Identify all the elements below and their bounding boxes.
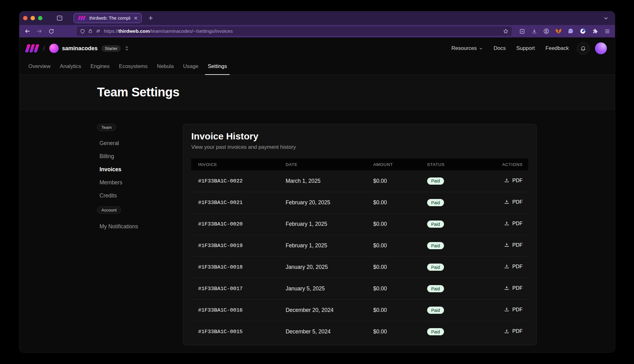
resources-menu[interactable]: Resources	[451, 45, 483, 51]
team-switcher-chevrons-icon[interactable]	[124, 45, 129, 51]
col-amount: AMOUNT	[373, 158, 427, 170]
table-row: #1F33BA1C-0021 February 20, 2025 $0.00 P…	[191, 192, 528, 213]
invoice-date: December 5, 2024	[285, 321, 373, 342]
metamask-extension-icon[interactable]	[554, 27, 563, 35]
user-avatar[interactable]	[595, 42, 607, 54]
team-name[interactable]: saminacodes	[62, 45, 98, 52]
download-pdf-button[interactable]: PDF	[504, 199, 523, 205]
thirdweb-dashboard: / saminacodes Starter Resources Docs Sup…	[19, 37, 615, 352]
reload-icon[interactable]	[46, 27, 56, 36]
col-date: DATE	[285, 158, 373, 170]
permissions-icon[interactable]	[95, 29, 101, 34]
close-window-button[interactable]	[23, 16, 27, 20]
feedback-link[interactable]: Feedback	[545, 45, 569, 51]
support-link[interactable]: Support	[516, 45, 535, 51]
thirdweb-logo[interactable]	[26, 44, 38, 52]
firefox-view-icon[interactable]	[55, 13, 64, 23]
minimize-window-button[interactable]	[31, 16, 35, 20]
invoice-history-card: Invoice History View your past invoices …	[183, 124, 537, 345]
download-pdf-button[interactable]: PDF	[504, 307, 523, 313]
invoice-amount: $0.00	[373, 235, 427, 256]
sidebar-item-my-notifications[interactable]: My Notifications	[100, 220, 183, 233]
card-subtitle: View your past invoices and payment hist…	[191, 144, 528, 150]
download-pdf-button[interactable]: PDF	[504, 264, 523, 269]
download-pdf-button[interactable]: PDF	[504, 177, 523, 183]
invoice-amount: $0.00	[373, 299, 427, 321]
table-row: #1F33BA1C-0018 January 20, 2025 $0.00 Pa…	[191, 256, 528, 278]
download-icon	[504, 177, 510, 183]
menu-hamburger-icon[interactable]	[603, 27, 611, 35]
tab-overview[interactable]: Overview	[24, 58, 55, 75]
tab-nebula[interactable]: Nebula	[152, 58, 178, 75]
sidebar-item-general[interactable]: General	[100, 137, 183, 150]
invoice-amount: $0.00	[373, 256, 427, 278]
back-icon[interactable]	[22, 27, 32, 36]
sidebar-account-badge: Account	[97, 206, 121, 214]
chevron-down-icon	[479, 46, 483, 51]
team-avatar[interactable]	[49, 44, 59, 53]
bell-icon	[580, 46, 586, 51]
downloads-icon[interactable]	[530, 27, 538, 35]
invoice-amount: $0.00	[373, 321, 427, 342]
col-status: STATUS	[427, 158, 495, 170]
invoice-amount: $0.00	[373, 192, 427, 213]
col-actions: ACTIONS	[495, 158, 528, 170]
sidebar-item-billing[interactable]: Billing	[100, 150, 183, 163]
invoice-date: January 20, 2025	[285, 256, 373, 278]
sidebar-item-credits[interactable]: Credits	[100, 189, 183, 202]
invoice-number: #1F33BA1C-0021	[191, 192, 285, 213]
status-badge: Paid	[427, 199, 444, 206]
invoice-date: February 1, 2025	[285, 213, 373, 235]
list-all-tabs-icon[interactable]	[603, 15, 609, 21]
save-to-pocket-icon[interactable]	[518, 27, 526, 35]
tab-engines[interactable]: Engines	[86, 58, 114, 75]
thirdweb-favicon	[79, 16, 85, 20]
download-pdf-button[interactable]: PDF	[504, 285, 523, 291]
sidebar-team-list: General Billing Invoices Members Credits	[100, 137, 183, 202]
notifications-button[interactable]	[577, 42, 589, 55]
lock-icon[interactable]	[88, 29, 93, 34]
phantom-extension-icon[interactable]	[567, 27, 575, 35]
bookmark-star-icon[interactable]	[503, 28, 509, 34]
download-icon	[504, 221, 510, 226]
url-bar[interactable]: https://thirdweb.com/team/saminacodes/~/…	[77, 27, 512, 36]
tab-ecosystems[interactable]: Ecosystems	[114, 58, 152, 75]
extensions-puzzle-icon[interactable]	[591, 27, 599, 35]
download-pdf-button[interactable]: PDF	[504, 221, 523, 226]
invoice-number: #1F33BA1C-0022	[191, 170, 285, 192]
tab-close-icon[interactable]	[133, 16, 138, 21]
tab-usage[interactable]: Usage	[178, 58, 203, 75]
forward-icon[interactable]	[34, 27, 44, 36]
table-row: #1F33BA1C-0016 December 20, 2024 $0.00 P…	[191, 299, 528, 321]
invoice-date: January 5, 2025	[285, 278, 373, 299]
download-pdf-button[interactable]: PDF	[504, 242, 523, 248]
browser-toolbar: https://thirdweb.com/team/saminacodes/~/…	[19, 25, 615, 37]
invoice-amount: $0.00	[373, 213, 427, 235]
download-icon	[504, 242, 510, 248]
tab-settings[interactable]: Settings	[203, 58, 232, 75]
table-header-row: INVOICE DATE AMOUNT STATUS ACTIONS	[191, 158, 528, 170]
sidebar-item-members[interactable]: Members	[100, 176, 183, 189]
browser-tab[interactable]: thirdweb: The complete web3 d	[74, 13, 142, 23]
invoice-date: March 1, 2025	[285, 170, 373, 192]
account-icon[interactable]	[542, 27, 550, 35]
new-tab-button[interactable]	[146, 13, 155, 23]
download-icon	[504, 285, 510, 291]
page-title-band: Team Settings	[19, 75, 615, 110]
download-pdf-button[interactable]: PDF	[504, 328, 523, 334]
status-badge: Paid	[427, 221, 444, 228]
tracking-protection-shield-icon[interactable]	[80, 29, 85, 34]
wallet-extension-icon[interactable]	[579, 27, 587, 35]
status-badge: Paid	[427, 264, 444, 271]
invoice-number: #1F33BA1C-0020	[191, 213, 285, 235]
card-title: Invoice History	[191, 131, 528, 142]
sidebar-team-badge: Team	[97, 124, 116, 131]
header-links: Resources Docs Support Feedback	[451, 45, 569, 51]
docs-link[interactable]: Docs	[494, 45, 506, 51]
settings-content: Team General Billing Invoices Members Cr…	[19, 110, 615, 352]
tab-analytics[interactable]: Analytics	[55, 58, 86, 75]
sidebar-item-invoices[interactable]: Invoices	[100, 163, 183, 176]
table-row: #1F33BA1C-0017 January 5, 2025 $0.00 Pai…	[191, 278, 528, 299]
table-row: #1F33BA1C-0015 December 5, 2024 $0.00 Pa…	[191, 321, 528, 342]
zoom-window-button[interactable]	[38, 16, 42, 20]
